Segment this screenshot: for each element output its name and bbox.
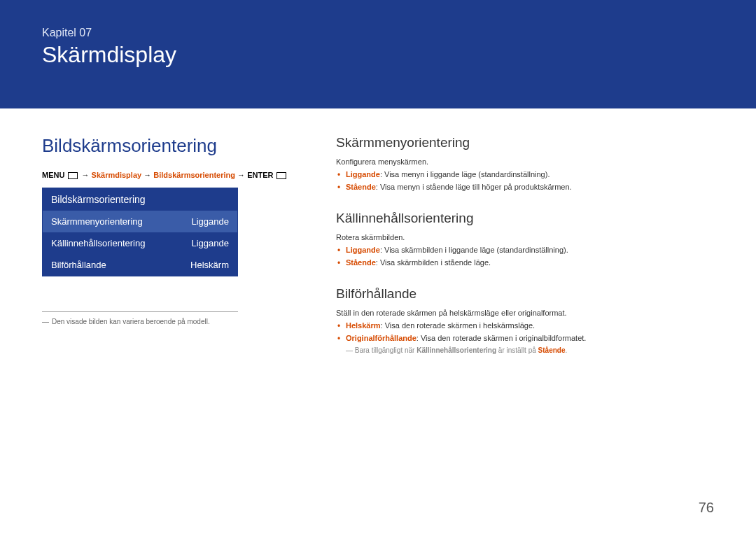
desc: : Visa skärmbilden i stående läge. [376, 258, 491, 267]
divider [42, 311, 238, 312]
footnote-mid: är inställt på [496, 346, 538, 354]
breadcrumb-arrow: → [82, 171, 90, 179]
menu-row-label: Skärmmenyorientering [51, 216, 143, 227]
footnote-bold: Källinnehållsorientering [416, 346, 496, 354]
footnote-orange: Stående [538, 346, 566, 354]
body-text: Konfigurera menyskärmen. [336, 157, 714, 166]
chapter-header: Kapitel 07 Skärmdisplay [0, 0, 756, 108]
content-area: Bildskärmsorientering MENU → Skärmdispla… [0, 108, 756, 354]
term: Liggande [346, 170, 380, 178]
footnote-pre: Bara tillgängligt när [355, 346, 416, 354]
breadcrumb-enter: ENTER [247, 171, 273, 179]
desc: : Visa menyn i liggande läge (standardin… [380, 170, 550, 178]
menu-row[interactable]: Skärmmenyorientering Liggande [43, 211, 237, 232]
list-item: Stående: Visa menyn i stående läge till … [346, 183, 714, 191]
right-column: Skärmmenyorientering Konfigurera menyskä… [336, 135, 714, 354]
footnote-text: Den visade bilden kan variera beroende p… [52, 318, 210, 325]
chapter-label: Kapitel 07 [42, 27, 714, 39]
menu-row[interactable]: Källinnehållsorientering Liggande [43, 232, 237, 254]
bullet-list: Liggande: Visa menyn i liggande läge (st… [336, 170, 714, 191]
term: Originalförhållande [346, 334, 416, 342]
menu-row[interactable]: Bilförhållande Helskärm [43, 254, 237, 276]
list-item: Liggande: Visa menyn i liggande läge (st… [346, 170, 714, 178]
menu-box: Bildskärmsorientering Skärmmenyorienteri… [42, 188, 238, 276]
desc: : Visa skärmbilden i liggande läge (stan… [380, 246, 568, 254]
menu-row-value: Helskärm [190, 260, 229, 270]
footnote: ―Den visade bilden kan variera beroende … [42, 318, 308, 325]
breadcrumb-arrow: → [237, 171, 245, 179]
section-title: Bildskärmsorientering [42, 135, 308, 157]
breadcrumb-arrow: → [144, 171, 151, 179]
list-item: Liggande: Visa skärmbilden i liggande lä… [346, 246, 714, 254]
menu-row-label: Bilförhållande [51, 260, 106, 270]
desc: : Visa den roterade skärmen i originalbi… [416, 334, 587, 342]
enter-icon [276, 172, 286, 179]
desc: : Visa den roterade skärmen i helskärmsl… [381, 321, 536, 330]
term: Stående [346, 183, 376, 191]
breadcrumb-menu: MENU [42, 171, 64, 179]
footnote: ― Bara tillgängligt när Källinnehållsori… [336, 346, 714, 354]
chapter-title: Skärmdisplay [42, 42, 714, 68]
bullet-list: Helskärm: Visa den roterade skärmen i he… [336, 321, 714, 342]
subsection-title: Bilförhållande [336, 286, 714, 302]
menu-row-value: Liggande [192, 216, 230, 227]
body-text: Ställ in den roterade skärmen på helskär… [336, 309, 714, 317]
term: Helskärm [346, 321, 381, 330]
term: Liggande [346, 246, 380, 254]
term: Stående [346, 258, 376, 267]
breadcrumb-part2: Bildskärmsorientering [153, 171, 235, 179]
footnote-end: . [565, 346, 567, 354]
body-text: Rotera skärmbilden. [336, 233, 714, 241]
menu-row-value: Liggande [192, 238, 230, 248]
left-column: Bildskärmsorientering MENU → Skärmdispla… [42, 135, 308, 354]
subsection-title: Källinnehållsorientering [336, 211, 714, 226]
breadcrumb-part1: Skärmdisplay [92, 171, 142, 179]
subsection-title: Skärmmenyorientering [336, 135, 714, 150]
breadcrumb: MENU → Skärmdisplay → Bildskärmsorienter… [42, 171, 308, 179]
page-number: 76 [699, 500, 714, 516]
list-item: Stående: Visa skärmbilden i stående läge… [346, 258, 714, 267]
menu-icon [68, 172, 78, 179]
bullet-list: Liggande: Visa skärmbilden i liggande lä… [336, 246, 714, 267]
list-item: Helskärm: Visa den roterade skärmen i he… [346, 321, 714, 330]
desc: : Visa menyn i stående läge till höger p… [376, 183, 572, 191]
menu-box-header: Bildskärmsorientering [43, 188, 237, 211]
menu-row-label: Källinnehållsorientering [51, 238, 145, 248]
list-item: Originalförhållande: Visa den roterade s… [346, 334, 714, 342]
